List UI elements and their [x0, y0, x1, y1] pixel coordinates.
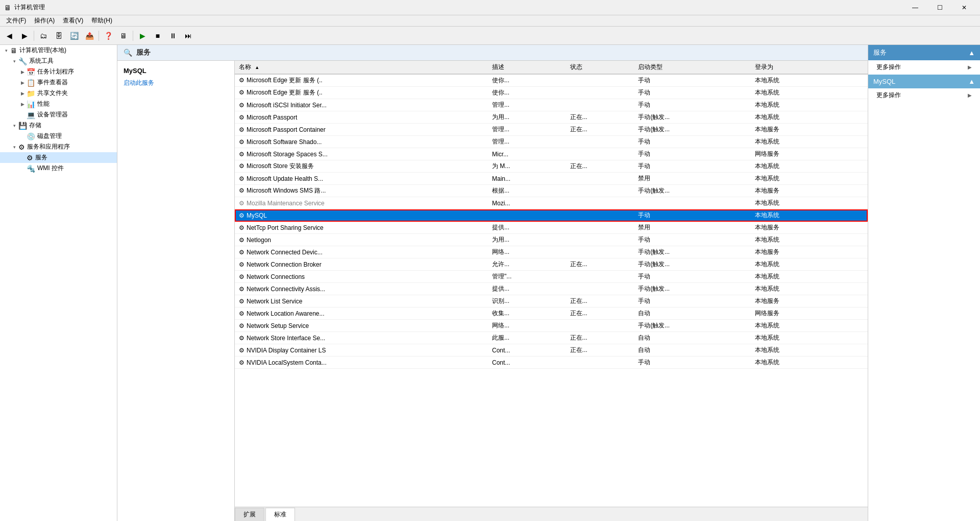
minimize-button[interactable]: —	[903, 0, 927, 15]
folder-button[interactable]: 🗂	[36, 29, 51, 43]
sidebar-label-storage: 存储	[29, 121, 41, 130]
cell-name: ⚙Mozilla Maintenance Service	[235, 197, 488, 209]
services-data-table: 名称 ▲ 描述 状态 启动类型 登录为 ⚙Microsoft Edge 更新 服…	[235, 61, 868, 369]
table-row[interactable]: ⚙NVIDIA LocalSystem Conta...Cont...手动本地系…	[235, 357, 868, 369]
window-controls: — ☐ ✕	[903, 0, 976, 15]
service-icon: ⚙	[239, 114, 244, 121]
col-status[interactable]: 状态	[566, 61, 634, 74]
table-row[interactable]: ⚙Microsoft Software Shado...管理...手动本地系统	[235, 136, 868, 148]
service-icon: ⚙	[239, 261, 244, 268]
menu-view[interactable]: 查看(V)	[59, 15, 87, 26]
table-row[interactable]: ⚙Microsoft iSCSI Initiator Ser...管理...手动…	[235, 99, 868, 111]
folder2-button[interactable]: 🗄	[52, 29, 66, 43]
cell-login: 本地系统	[751, 283, 868, 295]
table-row[interactable]: ⚙Network Connections管理"...手动本地系统	[235, 271, 868, 283]
table-row[interactable]: ⚙Microsoft Storage Spaces S...Micr...手动网…	[235, 148, 868, 160]
table-row[interactable]: ⚙Microsoft Windows SMS 路...根据...手动(触发...…	[235, 185, 868, 197]
cell-status	[566, 271, 634, 283]
table-row[interactable]: ⚙Microsoft Passport Container管理...正在...手…	[235, 124, 868, 136]
cell-login: 本地系统	[751, 197, 868, 209]
sidebar-item-event-viewer[interactable]: ▶ 📋 事件查看器	[0, 77, 117, 88]
service-icon: ⚙	[239, 347, 244, 354]
actions-expand-icon-1[interactable]: ▲	[968, 49, 975, 57]
actions-more-2[interactable]: 更多操作 ▶	[868, 88, 980, 102]
table-row[interactable]: ⚙NVIDIA Display Container LSCont...正在...…	[235, 344, 868, 357]
sidebar-item-shared-folders[interactable]: ▶ 📁 共享文件夹	[0, 88, 117, 99]
col-login[interactable]: 登录为	[751, 61, 868, 74]
table-row[interactable]: ⚙Microsoft Store 安装服务为 M...正在...手动本地系统	[235, 160, 868, 173]
menu-help[interactable]: 帮助(H)	[87, 15, 116, 26]
stop-button[interactable]: ■	[151, 29, 165, 43]
cell-desc: Cont...	[488, 344, 566, 357]
table-row[interactable]: ⚙Mozilla Maintenance ServiceMozi...本地系统	[235, 197, 868, 209]
sidebar-item-disk-mgmt[interactable]: 💿 磁盘管理	[0, 131, 117, 141]
table-row[interactable]: ⚙Network Setup Service网络...手动(触发...本地系统	[235, 320, 868, 332]
export-button[interactable]: 📤	[82, 29, 96, 43]
back-button[interactable]: ◀	[2, 29, 16, 43]
cell-name: ⚙NVIDIA Display Container LS	[235, 344, 488, 357]
table-row[interactable]: ⚙Network Connected Devic...网络...手动(触发...…	[235, 246, 868, 258]
cell-name: ⚙Microsoft Update Health S...	[235, 173, 488, 185]
sidebar-item-system-tools[interactable]: ▾ 🔧 系统工具	[0, 56, 117, 66]
table-row[interactable]: ⚙Microsoft Edge 更新 服务 (..使你...手动本地系统	[235, 87, 868, 99]
table-row[interactable]: ⚙Microsoft Update Health S...Main...禁用本地…	[235, 173, 868, 185]
sidebar-item-storage[interactable]: ▾ 💾 存储	[0, 120, 117, 131]
shared-folders-icon: 📁	[27, 89, 35, 98]
table-row[interactable]: ⚙Microsoft Edge 更新 服务 (..使你...手动本地系统	[235, 74, 868, 87]
sidebar-root-label: 计算机管理(本地)	[19, 46, 66, 55]
table-row[interactable]: ⚙Network List Service识别...正在...手动本地服务	[235, 295, 868, 307]
cell-status: 正在...	[566, 295, 634, 307]
close-button[interactable]: ✕	[952, 0, 976, 15]
app-icon: 🖥	[4, 4, 11, 12]
sidebar-item-task-scheduler[interactable]: ▶ 📅 任务计划程序	[0, 66, 117, 77]
table-row[interactable]: ⚙Network Location Awarene...收集...正在...自动…	[235, 307, 868, 320]
actions-expand-icon-2[interactable]: ▲	[968, 78, 975, 85]
tab-standard[interactable]: 标准	[265, 508, 295, 521]
service-icon: ⚙	[239, 224, 244, 231]
maximize-button[interactable]: ☐	[928, 0, 951, 15]
table-row[interactable]: ⚙Network Connection Broker允许...正在...手动(触…	[235, 258, 868, 271]
sidebar-item-performance[interactable]: ▶ 📊 性能	[0, 99, 117, 109]
cell-name: ⚙Network Store Interface Se...	[235, 332, 488, 344]
col-startup[interactable]: 启动类型	[634, 61, 751, 74]
services-header: 🔍 服务	[117, 45, 868, 61]
cell-startup: 手动	[634, 74, 751, 87]
col-desc[interactable]: 描述	[488, 61, 566, 74]
monitor-button[interactable]: 🖥	[116, 29, 131, 43]
cell-startup: 手动(触发...	[634, 111, 751, 124]
actions-arrow-1: ▶	[968, 64, 972, 70]
menu-action[interactable]: 操作(A)	[30, 15, 59, 26]
sidebar-item-services-apps[interactable]: ▾ ⚙ 服务和应用程序	[0, 141, 117, 152]
actions-more-1[interactable]: 更多操作 ▶	[868, 60, 980, 74]
sidebar-item-wmi[interactable]: 🔩 WMI 控件	[0, 163, 117, 174]
cell-desc: Micr...	[488, 148, 566, 160]
table-row[interactable]: ⚙Microsoft Passport为用...正在...手动(触发...本地系…	[235, 111, 868, 124]
refresh-button[interactable]: 🔄	[67, 29, 81, 43]
bottom-tabs: 扩展 标准	[235, 507, 868, 521]
table-row[interactable]: ⚙Network Connectivity Assis...提供...手动(触发…	[235, 283, 868, 295]
table-row[interactable]: ⚙Network Store Interface Se...此服...正在...…	[235, 332, 868, 344]
cell-login: 本地系统	[751, 99, 868, 111]
table-row[interactable]: ⚙MySQL手动本地系统	[235, 209, 868, 222]
sidebar-item-services[interactable]: ⚙ 服务	[0, 152, 117, 163]
col-name[interactable]: 名称 ▲	[235, 61, 488, 74]
menu-file[interactable]: 文件(F)	[2, 15, 30, 26]
cell-status: 正在...	[566, 307, 634, 320]
cell-desc: 使你...	[488, 87, 566, 99]
sort-arrow-name: ▲	[255, 65, 259, 70]
table-row[interactable]: ⚙NetTcp Port Sharing Service提供...禁用本地服务	[235, 222, 868, 234]
sidebar-item-device-manager[interactable]: 💻 设备管理器	[0, 109, 117, 120]
forward-button[interactable]: ▶	[17, 29, 32, 43]
detail-start-action[interactable]: 启动此服务	[124, 79, 228, 87]
pause-button[interactable]: ⏸	[166, 29, 180, 43]
help-button[interactable]: ❓	[101, 29, 115, 43]
actions-section-header-2: MySQL ▲	[868, 75, 980, 88]
play-button[interactable]: ▶	[135, 29, 150, 43]
table-row[interactable]: ⚙Netlogon为用...手动本地系统	[235, 234, 868, 246]
sidebar: ▾ 🖥 计算机管理(本地) ▾ 🔧 系统工具 ▶ 📅 任务计划程序 ▶ 📋 事件…	[0, 45, 117, 521]
restart-button[interactable]: ⏭	[181, 29, 195, 43]
tab-expand[interactable]: 扩展	[235, 508, 264, 521]
cell-name: ⚙Network Setup Service	[235, 320, 488, 332]
sidebar-item-root[interactable]: ▾ 🖥 计算机管理(本地)	[0, 45, 117, 56]
service-icon: ⚙	[239, 359, 244, 366]
